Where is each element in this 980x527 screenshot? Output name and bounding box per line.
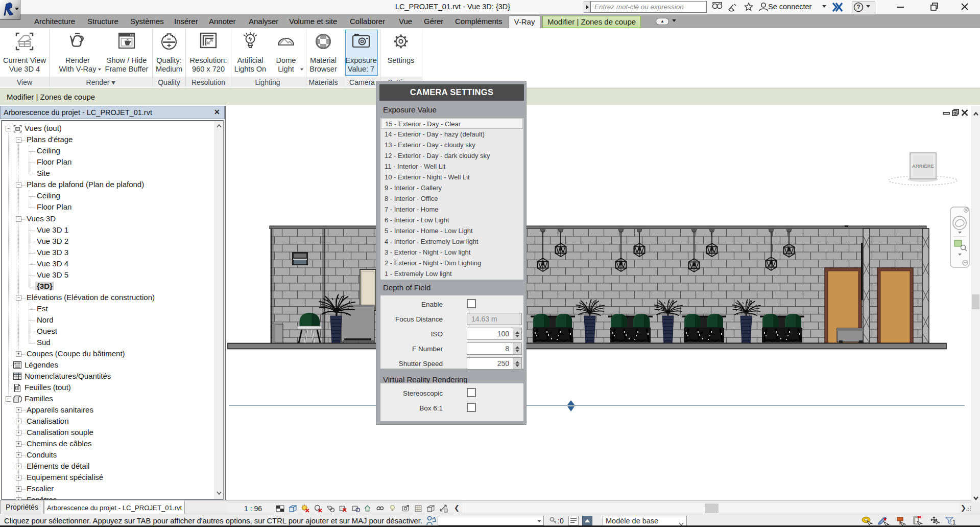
svg-text:?: ? bbox=[856, 4, 860, 11]
svg-text:ARRIÈRE: ARRIÈRE bbox=[912, 163, 934, 169]
